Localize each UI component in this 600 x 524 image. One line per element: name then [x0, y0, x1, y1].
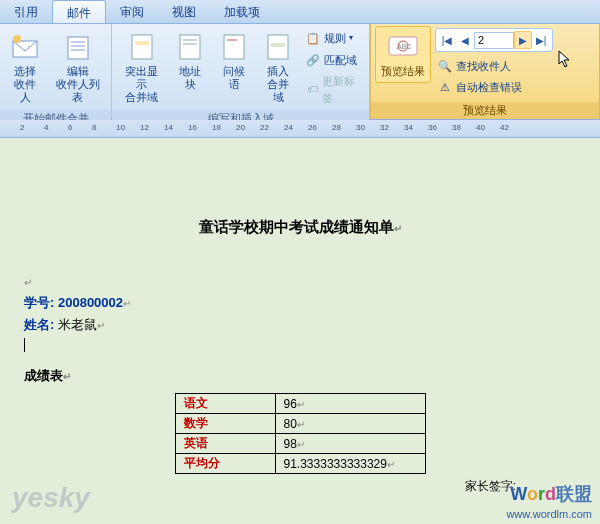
tab-review[interactable]: 审阅	[106, 0, 158, 23]
name-value: 米老鼠	[58, 317, 97, 332]
table-row: 语文96↵	[175, 394, 425, 414]
edit-recipients-label: 编辑 收件人列表	[54, 65, 101, 105]
first-record-button[interactable]: |◀	[438, 31, 456, 49]
svg-rect-2	[68, 37, 88, 59]
greeting-line-button[interactable]: 问候语	[213, 26, 255, 96]
id-label: 学号:	[24, 295, 54, 310]
group-preview-label: 预览结果	[371, 102, 599, 119]
score-title: 成绩表↵	[24, 367, 576, 385]
prev-record-button[interactable]: ◀	[456, 31, 474, 49]
greeting-line-icon	[218, 31, 250, 63]
auto-check-button[interactable]: ⚠自动检查错误	[433, 77, 555, 98]
student-name-row: 姓名: 米老鼠↵	[24, 316, 576, 334]
insert-merge-icon	[262, 31, 294, 63]
highlight-merge-icon	[126, 31, 158, 63]
edit-recipients-icon	[62, 31, 94, 63]
score-cell: 96↵	[275, 394, 425, 414]
table-row: 英语98↵	[175, 434, 425, 454]
group-preview: ABC 预览结果 |◀ ◀ ▶ ▶| 🔍查找收件人 ⚠自动检查错误 预览结果	[370, 24, 600, 119]
tab-references[interactable]: 引用	[0, 0, 52, 23]
subject-cell: 英语	[175, 434, 275, 454]
score-cell: 98↵	[275, 434, 425, 454]
next-record-button[interactable]: ▶	[514, 31, 532, 49]
address-block-icon	[174, 31, 206, 63]
select-recipients-icon	[9, 31, 41, 63]
watermark-yesky: yesky	[12, 482, 90, 514]
last-record-button[interactable]: ▶|	[532, 31, 550, 49]
ribbon: 选择 收件人 编辑 收件人列表 开始邮件合并 突出显示 合并域 地址块	[0, 24, 600, 120]
preview-results-button[interactable]: ABC 预览结果	[375, 26, 431, 83]
svg-rect-14	[271, 43, 285, 47]
edit-recipients-button[interactable]: 编辑 收件人列表	[48, 26, 107, 110]
insert-merge-label: 插入 合并域	[263, 65, 293, 105]
id-value: 200800002	[58, 295, 123, 310]
score-cell: 91.3333333333329↵	[275, 454, 425, 474]
address-block-label: 地址块	[175, 65, 205, 91]
name-label: 姓名:	[24, 317, 54, 332]
group-write-insert: 突出显示 合并域 地址块 问候语 插入 合并域 📋规则▾ 🔗匹配域 🏷更新标签 …	[112, 24, 370, 119]
select-recipients-label: 选择 收件人	[10, 65, 40, 105]
record-number-input[interactable]	[474, 32, 514, 49]
update-labels-button[interactable]: 🏷更新标签	[301, 71, 365, 108]
match-fields-icon: 🔗	[305, 52, 321, 68]
record-nav: |◀ ◀ ▶ ▶|	[435, 28, 553, 52]
text-cursor	[24, 338, 576, 355]
doc-title: 童话学校期中考试成绩通知单↵	[24, 218, 576, 237]
group-start-merge: 选择 收件人 编辑 收件人列表 开始邮件合并	[0, 24, 112, 119]
subject-cell: 语文	[175, 394, 275, 414]
table-row: 数学80↵	[175, 414, 425, 434]
signature-line: 家长签字:	[24, 478, 576, 495]
tab-addins[interactable]: 加载项	[210, 0, 274, 23]
select-recipients-button[interactable]: 选择 收件人	[4, 26, 46, 110]
preview-results-label: 预览结果	[381, 65, 425, 78]
find-recipient-button[interactable]: 🔍查找收件人	[433, 56, 555, 77]
auto-check-icon: ⚠	[437, 79, 453, 95]
svg-rect-7	[135, 41, 149, 45]
svg-text:ABC: ABC	[397, 43, 411, 50]
document-area[interactable]: 童话学校期中考试成绩通知单↵ ↵ 学号: 200800002↵ 姓名: 米老鼠↵…	[0, 138, 600, 524]
ruler[interactable]: 24681012141618202224262830323436384042	[0, 120, 600, 138]
score-table: 语文96↵ 数学80↵ 英语98↵ 平均分91.3333333333329↵	[175, 393, 426, 474]
highlight-merge-label: 突出显示 合并域	[122, 65, 161, 105]
find-recipient-icon: 🔍	[437, 58, 453, 74]
score-cell: 80↵	[275, 414, 425, 434]
svg-point-1	[13, 35, 21, 43]
student-id-row: 学号: 200800002↵	[24, 294, 576, 312]
subject-cell: 平均分	[175, 454, 275, 474]
blank-para: ↵	[24, 277, 576, 288]
address-block-button[interactable]: 地址块	[169, 26, 211, 96]
update-labels-icon: 🏷	[305, 82, 319, 98]
rules-button[interactable]: 📋规则▾	[301, 28, 365, 49]
highlight-merge-button[interactable]: 突出显示 合并域	[116, 26, 167, 110]
rules-icon: 📋	[305, 30, 321, 46]
insert-merge-button[interactable]: 插入 合并域	[257, 26, 299, 110]
table-row: 平均分91.3333333333329↵	[175, 454, 425, 474]
watermark-wordlm: Word联盟	[510, 482, 592, 506]
greeting-line-label: 问候语	[219, 65, 249, 91]
svg-rect-11	[224, 35, 244, 59]
match-fields-button[interactable]: 🔗匹配域	[301, 50, 365, 71]
tab-mailings[interactable]: 邮件	[52, 0, 106, 23]
watermark-url: www.wordlm.com	[506, 508, 592, 520]
mouse-cursor-icon	[558, 50, 574, 70]
subject-cell: 数学	[175, 414, 275, 434]
svg-rect-8	[180, 35, 200, 59]
tab-view[interactable]: 视图	[158, 0, 210, 23]
ribbon-tabs: 引用 邮件 审阅 视图 加载项	[0, 0, 600, 24]
svg-rect-6	[132, 35, 152, 59]
preview-results-icon: ABC	[387, 31, 419, 63]
